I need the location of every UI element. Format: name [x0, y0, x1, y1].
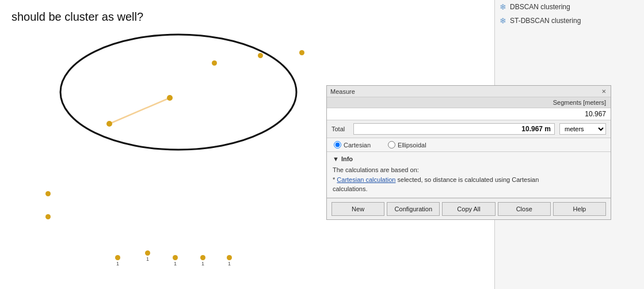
cartesian-option[interactable]: Cartesian [334, 141, 371, 149]
st-dbscan-item[interactable]: ❄ ST-DBSCAN clustering [495, 14, 644, 28]
copy-all-button[interactable]: Copy All [442, 202, 495, 216]
measure-close-button[interactable]: × [600, 88, 607, 95]
cartesian-label: Cartesian [344, 142, 371, 149]
measure-panel-header: Measure × [327, 86, 611, 97]
total-row: Total 10.967 m meters feet yards miles k… [327, 120, 611, 138]
info-text: The calculations are based on: * Cartesi… [333, 165, 605, 194]
new-button[interactable]: New [331, 202, 384, 216]
unit-select[interactable]: meters feet yards miles kilometers [559, 123, 606, 135]
cartesian-link: Cartesian calculation [337, 176, 395, 183]
segments-value: 10.967 [327, 108, 611, 120]
dot-inside-1 [212, 60, 217, 66]
close-button[interactable]: Close [498, 202, 551, 216]
info-toggle[interactable]: ▼ Info [333, 155, 605, 162]
info-section: ▼ Info The calculations are based on: * … [327, 152, 611, 198]
total-label: Total [331, 126, 349, 132]
ellipsoidal-radio[interactable] [388, 141, 395, 149]
svg-point-3 [167, 95, 173, 101]
measure-buttons: New Configuration Copy All Close Help [327, 198, 611, 219]
info-title: Info [341, 155, 353, 162]
dot-left-2 [45, 214, 51, 219]
triangle-icon: ▼ [333, 155, 339, 162]
total-value: 10.967 m [353, 123, 555, 135]
dot-bottom-4: 1 [200, 255, 205, 267]
measure-title: Measure [330, 88, 355, 95]
ellipsoidal-option[interactable]: Ellipsoidal [388, 141, 426, 149]
help-button[interactable]: Help [553, 202, 606, 216]
measure-table: Segments [meters] 10.967 [327, 97, 611, 120]
segment-line [104, 92, 178, 132]
measure-panel: Measure × Segments [meters] 10.967 Total… [326, 85, 611, 220]
dbscan-label: DBSCAN clustering [510, 3, 570, 11]
st-dbscan-icon: ❄ [500, 16, 506, 25]
dot-left-1 [45, 191, 51, 196]
dot-bottom-1: 1 [115, 255, 120, 267]
radio-row: Cartesian Ellipsoidal [327, 138, 611, 152]
svg-line-1 [109, 98, 170, 124]
st-dbscan-label: ST-DBSCAN clustering [510, 17, 581, 25]
svg-point-2 [106, 121, 112, 127]
dot-bottom-3: 1 [173, 255, 178, 267]
dbscan-item[interactable]: ❄ DBSCAN clustering [495, 0, 644, 14]
dot-bottom-5: 1 [227, 255, 232, 267]
svg-point-0 [60, 35, 296, 150]
ellipse-drawing [58, 32, 299, 158]
segments-header: Segments [meters] [327, 97, 611, 108]
dot-inside-2 [258, 53, 263, 58]
configuration-button[interactable]: Configuration [387, 202, 440, 216]
cartesian-radio[interactable] [334, 141, 341, 149]
dbscan-icon: ❄ [500, 2, 506, 12]
dot-inside-3 [299, 50, 304, 55]
ellipsoidal-label: Ellipsoidal [398, 142, 426, 149]
dot-bottom-2: 1 [145, 250, 150, 262]
question-text: should be cluster as well? [12, 10, 143, 24]
